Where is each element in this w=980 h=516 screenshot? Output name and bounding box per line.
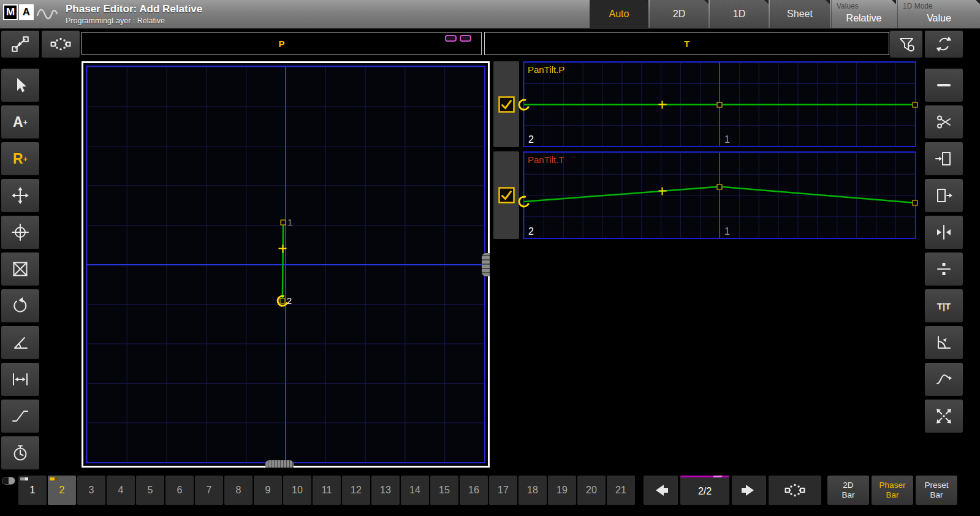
- preset-bar-button[interactable]: Preset Bar: [916, 476, 957, 505]
- step-number: 9: [265, 485, 271, 496]
- step-cell-20[interactable]: 20: [577, 476, 606, 505]
- fit-view-button[interactable]: [925, 400, 963, 433]
- tilt-enabled-checkbox[interactable]: [498, 187, 515, 203]
- snap-angle-button[interactable]: [925, 326, 963, 359]
- phaser-steps-toggle-button[interactable]: [769, 476, 821, 505]
- point-marker-cross[interactable]: [658, 187, 666, 195]
- phaser-form-button[interactable]: [1, 31, 39, 58]
- tilt-graph[interactable]: PanTilt.T 2 1: [523, 151, 916, 239]
- pan-column-header[interactable]: P: [82, 32, 482, 55]
- step-cell-10[interactable]: 10: [283, 476, 311, 505]
- step-cell-14[interactable]: 14: [401, 476, 429, 505]
- step-cell-21[interactable]: 21: [607, 476, 635, 505]
- pan-graph[interactable]: PanTilt.P 2 1: [523, 61, 916, 147]
- sync-button[interactable]: [925, 31, 963, 58]
- paste-before-button[interactable]: [925, 142, 963, 175]
- page-indicator[interactable]: 2/2: [680, 476, 729, 505]
- step-cell-16[interactable]: 16: [460, 476, 488, 505]
- add-relative-label: R: [13, 152, 23, 166]
- step-cell-4[interactable]: 4: [107, 476, 135, 505]
- tilt-column-header[interactable]: T: [484, 32, 889, 55]
- step-cell-11[interactable]: 11: [313, 476, 341, 505]
- step-number: 3: [89, 485, 94, 496]
- step-cell-15[interactable]: 15: [430, 476, 458, 505]
- transition-tool-button[interactable]: [1, 400, 39, 433]
- point-marker-cross[interactable]: [658, 101, 666, 108]
- rotate-tool-button[interactable]: [1, 289, 39, 322]
- pan-graph-checkbox-pane: [493, 61, 519, 147]
- center-tool-button[interactable]: [1, 216, 39, 249]
- values-selector[interactable]: Values Relative: [831, 0, 896, 28]
- tab-2d[interactable]: 2D: [650, 0, 708, 28]
- step-timing-chip: [50, 477, 58, 480]
- tilt-column-header-label: T: [684, 39, 689, 49]
- angle-tool-button[interactable]: [1, 326, 39, 359]
- move-tool-button[interactable]: [1, 179, 39, 212]
- filter-button[interactable]: [890, 31, 922, 58]
- step-cell-18[interactable]: 18: [518, 476, 547, 505]
- pointer-tool-button[interactable]: [1, 69, 39, 102]
- canvas-resize-grip-bottom[interactable]: [265, 460, 294, 468]
- 2d-plot-area[interactable]: 12: [86, 66, 485, 463]
- rotate-ccw-icon: [10, 296, 30, 316]
- point-marker-square[interactable]: [717, 184, 723, 189]
- point-marker-cross[interactable]: [279, 245, 287, 252]
- step-select-button[interactable]: [42, 31, 80, 58]
- step-cell-9[interactable]: 9: [254, 476, 282, 505]
- remove-step-button[interactable]: [925, 69, 963, 102]
- step-cell-12[interactable]: 12: [342, 476, 370, 505]
- tab-1d[interactable]: 1D: [710, 0, 769, 28]
- step-cell-5[interactable]: 5: [136, 476, 164, 505]
- point-marker-square[interactable]: [913, 200, 918, 206]
- step-cell-17[interactable]: 17: [489, 476, 517, 505]
- tab-auto[interactable]: Auto: [590, 0, 648, 28]
- smooth-curve-button[interactable]: [925, 363, 963, 396]
- cut-button[interactable]: [925, 105, 963, 138]
- point-marker-square[interactable]: [913, 102, 918, 107]
- add-relative-button[interactable]: R+: [1, 142, 39, 175]
- next-page-button[interactable]: [732, 476, 766, 505]
- step-cell-2[interactable]: 2: [48, 476, 76, 505]
- point-marker-square[interactable]: [281, 220, 286, 226]
- logo-m: M: [3, 4, 18, 20]
- tilt-step-label-2: 2: [528, 226, 534, 237]
- width-tool-button[interactable]: [1, 363, 39, 396]
- step-cell-3[interactable]: 3: [77, 476, 105, 505]
- window-title: Phaser Editor: Add Relative: [66, 3, 202, 15]
- mirror-button[interactable]: [925, 216, 963, 249]
- mirror-icon: [934, 222, 954, 242]
- step-cell-8[interactable]: 8: [224, 476, 253, 505]
- bar-collapse-toggle[interactable]: [2, 477, 15, 485]
- 1d-mode-selector-value: Value: [898, 13, 980, 24]
- step-cell-1[interactable]: 1: [18, 476, 47, 505]
- phaser-bar-button[interactable]: Phaser Bar: [872, 476, 913, 505]
- sync-icon: [934, 34, 954, 54]
- scale-tool-button[interactable]: [1, 252, 39, 286]
- logo-a: A: [19, 4, 34, 20]
- split-button[interactable]: [925, 252, 963, 286]
- 2d-bar-button[interactable]: 2D Bar: [827, 476, 869, 505]
- pan-step-label-1: 1: [724, 134, 730, 145]
- tab-sheet[interactable]: Sheet: [770, 0, 830, 28]
- step-cell-7[interactable]: 7: [195, 476, 223, 505]
- prev-page-button[interactable]: [644, 476, 678, 505]
- step-bar: 123456789101112131415161718192021 2/2: [0, 474, 980, 516]
- 2d-canvas[interactable]: 12: [82, 61, 490, 468]
- phaser-path-layer: 12: [87, 67, 484, 462]
- move-icon: [10, 186, 30, 205]
- 1d-mode-selector-label: 1D Mode: [903, 2, 933, 10]
- paste-after-button[interactable]: [925, 179, 963, 212]
- speed-tool-button[interactable]: [1, 436, 39, 469]
- step-cell-13[interactable]: 13: [371, 476, 400, 505]
- s-curve-icon: [934, 370, 954, 389]
- 1d-mode-selector[interactable]: 1D Mode Value: [897, 0, 980, 28]
- canvas-resize-grip-right[interactable]: [482, 253, 490, 276]
- point-marker-square[interactable]: [717, 102, 723, 107]
- step-number: 18: [527, 485, 538, 496]
- pan-enabled-checkbox[interactable]: [498, 96, 515, 113]
- minus-icon: [934, 75, 954, 95]
- step-cell-19[interactable]: 19: [548, 476, 576, 505]
- swap-pt-button[interactable]: T|T: [925, 289, 963, 322]
- add-absolute-button[interactable]: A+: [1, 105, 39, 138]
- step-cell-6[interactable]: 6: [165, 476, 194, 505]
